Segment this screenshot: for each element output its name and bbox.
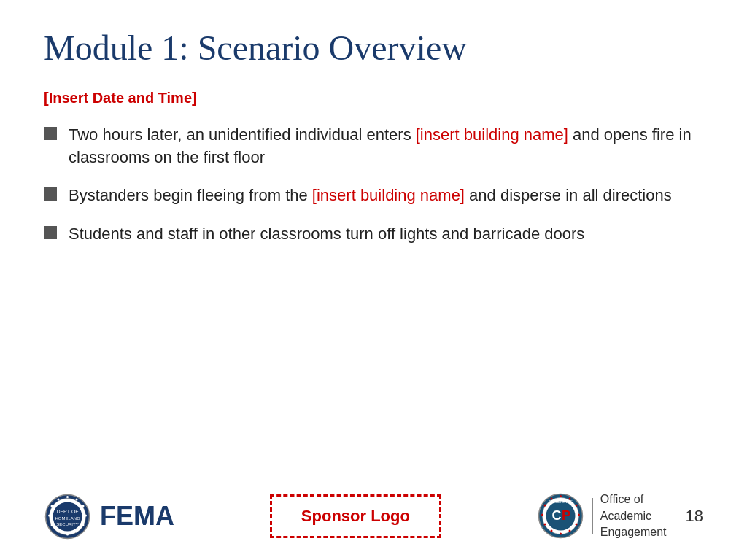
bullet-list: Two hours later, an unidentified individ… — [44, 124, 703, 480]
svg-point-27 — [578, 514, 580, 516]
sponsor-logo-label: Sponsor Logo — [301, 507, 410, 526]
svg-point-32 — [543, 524, 546, 526]
svg-point-17 — [58, 498, 60, 500]
svg-text:SECURITY: SECURITY — [56, 522, 78, 526]
svg-point-26 — [575, 505, 577, 507]
fema-label: FEMA — [100, 501, 174, 532]
svg-point-16 — [51, 505, 53, 507]
svg-point-11 — [76, 530, 78, 532]
bullet-highlight: [insert building name] — [312, 186, 465, 204]
svg-point-28 — [575, 524, 577, 526]
svg-point-10 — [82, 524, 85, 526]
page-number: 18 — [686, 507, 703, 526]
svg-point-33 — [541, 514, 543, 516]
slide-title: Module 1: Scenario Overview — [44, 29, 703, 68]
svg-point-9 — [85, 514, 87, 516]
svg-point-34 — [543, 505, 546, 507]
footer: DEPT OF HOMELAND SECURITY — [44, 480, 703, 545]
svg-point-15 — [48, 514, 50, 516]
svg-text:RESILIENCE: RESILIENCE — [549, 499, 573, 504]
bullet-text-before: Two hours later, an unidentified individ… — [69, 125, 416, 144]
svg-point-7 — [76, 498, 78, 500]
svg-point-13 — [58, 530, 60, 532]
footer-left: DEPT OF HOMELAND SECURITY — [44, 493, 174, 540]
oae-seal-icon: C P RESILIENCE — [537, 492, 584, 540]
bullet-text-1: Two hours later, an unidentified individ… — [69, 124, 703, 169]
svg-point-30 — [560, 533, 562, 535]
svg-text:P: P — [562, 508, 570, 523]
oae-text: Office of Academic Engagement — [600, 491, 667, 540]
svg-text:DEPT OF: DEPT OF — [56, 509, 78, 514]
svg-point-12 — [66, 533, 69, 535]
bullet-text-after: and disperse in all directions — [465, 186, 672, 204]
bullet-highlight: [insert building name] — [416, 125, 568, 144]
bullet-marker — [44, 187, 57, 201]
oae-divider — [592, 498, 593, 534]
bullet-marker — [44, 226, 57, 239]
list-item: Bystanders begin fleeing from the [inser… — [44, 184, 703, 207]
list-item: Students and staff in other classrooms t… — [44, 223, 703, 246]
bullet-text-3: Students and staff in other classrooms t… — [69, 223, 703, 246]
svg-text:HOMELAND: HOMELAND — [55, 516, 80, 521]
bullet-text-2: Bystanders begin fleeing from the [inser… — [69, 184, 703, 207]
svg-text:C: C — [551, 508, 561, 523]
footer-right: C P RESILIENCE — [537, 491, 703, 540]
dhs-seal-icon: DEPT OF HOMELAND SECURITY — [44, 493, 91, 540]
date-label: [Insert Date and Time] — [44, 90, 703, 106]
svg-point-35 — [550, 498, 552, 500]
svg-point-25 — [568, 498, 570, 500]
bullet-text-before: Bystanders begin fleeing from the — [69, 186, 312, 204]
svg-point-6 — [66, 496, 69, 498]
bullet-marker — [44, 127, 57, 140]
svg-point-24 — [560, 495, 562, 497]
svg-point-8 — [82, 505, 85, 507]
bullet-text-before: Students and staff in other classrooms t… — [69, 225, 584, 243]
svg-point-14 — [51, 524, 53, 526]
svg-point-29 — [568, 530, 570, 532]
slide: Module 1: Scenario Overview [Insert Date… — [0, 0, 747, 560]
list-item: Two hours later, an unidentified individ… — [44, 124, 703, 169]
sponsor-logo-box: Sponsor Logo — [270, 494, 441, 538]
svg-point-31 — [550, 530, 552, 532]
